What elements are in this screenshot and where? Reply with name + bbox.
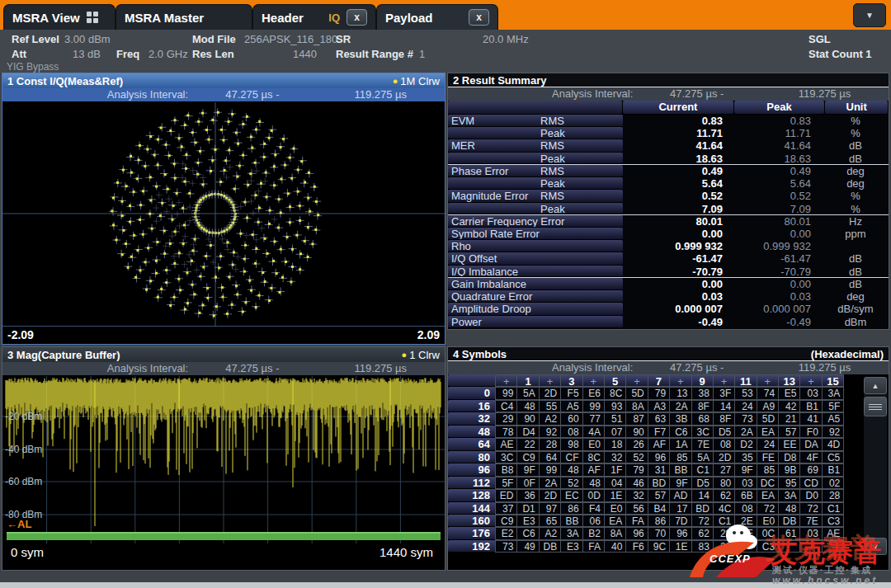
- hex-cell: A9: [757, 400, 779, 412]
- hex-cell: 1F: [604, 463, 626, 476]
- scrollbar-thumb[interactable]: [864, 397, 887, 416]
- hex-cell: 62: [691, 527, 714, 539]
- hex-cell: 56: [625, 502, 648, 515]
- hex-cell: A2: [539, 527, 561, 539]
- hex-cell: 85: [669, 451, 691, 463]
- ref-level-value[interactable]: 3.00 dBm: [64, 33, 111, 45]
- hex-cell: 0F: [516, 477, 539, 489]
- hex-cell: 77: [582, 412, 605, 425]
- window3-header[interactable]: 3 Mag(Capture Buffer) ● 1 Clrw: [2, 347, 445, 362]
- hex-cell: E3: [516, 515, 539, 527]
- hex-cell: C4: [495, 400, 517, 412]
- hex-cell: FA: [625, 515, 648, 527]
- close-icon[interactable]: x: [346, 9, 367, 26]
- hex-cell: B4: [648, 502, 670, 515]
- hex-cell: 37: [495, 502, 517, 515]
- hex-cell: 7E: [799, 515, 822, 527]
- hex-cell: 60: [560, 412, 582, 425]
- hex-row: 4878D492084A0790F7C63CD52AEA57F092: [448, 426, 889, 438]
- mag-plot[interactable]: -20 dBm -40 dBm -60 dBm -80 dBm ←AL: [2, 376, 445, 543]
- hex-cell: D5: [713, 426, 735, 438]
- hex-cell: C3: [757, 540, 779, 553]
- hex-cell: C1: [822, 502, 844, 515]
- hex-row-index: 64: [448, 438, 496, 450]
- hex-cell: 03: [799, 527, 822, 539]
- hex-cell: [799, 540, 822, 553]
- att-value[interactable]: 13 dB: [73, 48, 101, 60]
- hex-cell: E5: [778, 387, 800, 399]
- window-const-iq: 1 Const I/Q(Meas&Ref) ● 1M Clrw Analysis…: [2, 73, 446, 345]
- trace-indicator: ● 1M Clrw: [393, 75, 440, 87]
- hex-cell: 9B: [778, 463, 800, 476]
- hex-cell: 9F: [516, 463, 539, 476]
- chevron-down-icon[interactable]: ▼: [853, 3, 886, 27]
- y-axis-label: -20 dBm: [5, 411, 42, 422]
- hex-cell: 5D: [757, 412, 779, 425]
- hex-cell: BD: [691, 502, 714, 515]
- hex-cell: 57: [778, 426, 800, 438]
- window2-header[interactable]: 2 Result Summary: [448, 73, 889, 87]
- result-row: Peak5.645.64deg: [448, 177, 889, 190]
- res-len-value[interactable]: 1440: [293, 48, 317, 60]
- trace-dot-icon: ●: [402, 350, 408, 360]
- close-icon[interactable]: x: [469, 9, 489, 26]
- result-row: Phase ErrorRMS0.490.49deg: [448, 165, 889, 177]
- freq-label: Freq: [116, 48, 139, 60]
- hex-cell: AE: [495, 438, 517, 450]
- result-range-value[interactable]: 1: [419, 48, 425, 60]
- tab-msra-master[interactable]: MSRA Master: [116, 4, 252, 30]
- hex-cell: 22: [516, 438, 539, 450]
- hex-cell: C3: [822, 515, 844, 527]
- mod-file-value[interactable]: 256APSK_116_180: [244, 33, 337, 45]
- hex-cell: B1: [822, 463, 844, 476]
- freq-value[interactable]: 2.0 GHz: [148, 48, 188, 60]
- hex-cell: 85: [757, 463, 779, 476]
- hex-cell: 32: [604, 451, 626, 463]
- hex-cell: 51: [604, 412, 626, 425]
- hex-cell: F6: [625, 540, 648, 553]
- hex-cell: EA: [757, 426, 779, 438]
- sr-value[interactable]: 20.0 MHz: [483, 33, 529, 45]
- hex-cell: A5: [560, 400, 582, 412]
- symbols-scrollbar[interactable]: ▲ ▼: [864, 377, 887, 555]
- hex-row: 0995A2DF5E68C5D7913383F5374E5033A: [448, 387, 889, 399]
- tab-header[interactable]: Header IQ x: [252, 4, 376, 30]
- y-axis-label: -40 dBm: [5, 444, 42, 455]
- scroll-up-icon[interactable]: ▲: [864, 377, 887, 394]
- hex-cell: 27: [713, 463, 735, 476]
- hex-cell: 99: [539, 463, 561, 476]
- hex-cell: 79: [648, 387, 670, 399]
- hex-cell: 9F: [669, 477, 691, 489]
- hex-row-index: 96: [448, 463, 496, 476]
- scroll-down-icon[interactable]: ▼: [864, 538, 887, 555]
- hex-cell: D4: [516, 426, 539, 438]
- analysis-interval-bar: Analysis Interval: 47.275 µs - 119.275 µ…: [2, 362, 445, 375]
- hex-cell: 02: [822, 477, 844, 489]
- hex-cell: 14: [713, 400, 735, 412]
- hex-row: 160C9E365BB06EAFA867D72C12EE0DB7EC3: [448, 515, 889, 527]
- hex-cell: 41: [799, 412, 822, 425]
- hex-cell: C9: [495, 515, 517, 527]
- tab-msra-view[interactable]: MSRA View: [3, 4, 116, 30]
- constellation-plot[interactable]: [2, 102, 445, 326]
- hex-cell: 5A: [516, 387, 539, 399]
- hex-cell: 79: [625, 463, 648, 476]
- hex-cell: 4C: [713, 502, 735, 515]
- hex-cell: 99: [582, 400, 605, 412]
- window4-header[interactable]: 4 Symbols (Hexadecimal): [448, 347, 889, 361]
- hex-cell: 28: [713, 540, 735, 553]
- ref-level-label: Ref Level: [12, 33, 59, 45]
- hex-cell: 92: [822, 426, 844, 438]
- window1-header[interactable]: 1 Const I/Q(Meas&Ref) ● 1M Clrw: [2, 73, 445, 88]
- tab-payload[interactable]: Payload x: [376, 4, 498, 30]
- hex-cell: 61: [778, 527, 800, 539]
- result-row: I/Q Offset-61.47-61.47dB: [448, 252, 889, 265]
- result-row: EVMRMS0.830.83%: [448, 115, 889, 127]
- hex-cell: 73: [734, 412, 757, 425]
- analysis-interval-bar: Analysis Interval: 47.275 µs - 119.275 µ…: [448, 361, 889, 374]
- window3-title: 3 Mag(Capture Buffer): [7, 349, 120, 361]
- hex-cell: A3: [648, 400, 670, 412]
- sr-label: SR: [336, 33, 351, 45]
- layout-grid-icon: [87, 12, 98, 23]
- hex-row: 128ED362DEC0D1E3257AD14626BEA3AD028: [448, 489, 889, 501]
